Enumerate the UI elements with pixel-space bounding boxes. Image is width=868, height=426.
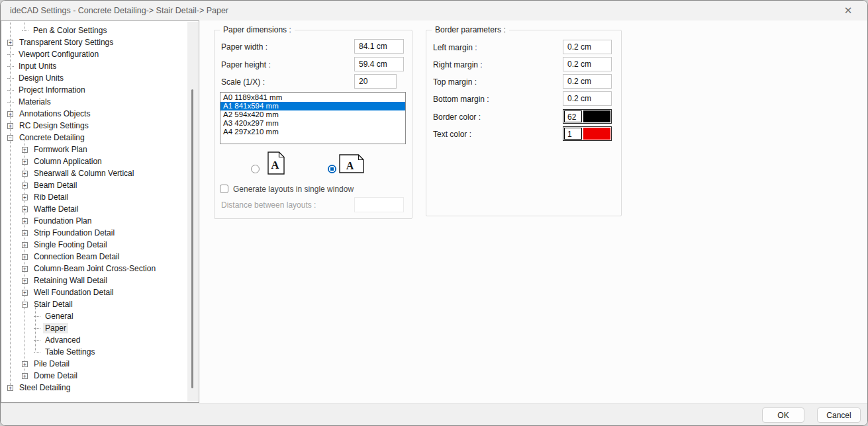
tree-item-viewport-configuration[interactable]: Viewport Configuration xyxy=(2,48,187,60)
paper-size-listbox[interactable]: A0 1189x841 mmA1 841x594 mmA2 594x420 mm… xyxy=(220,92,406,144)
tree-item-column-application[interactable]: +Column Application xyxy=(2,155,187,167)
cancel-button[interactable]: Cancel xyxy=(817,407,861,423)
tree-item-formwork-plan[interactable]: +Formwork Plan xyxy=(2,144,187,155)
tree-item-column-beam-joint-cross-section[interactable]: +Column-Beam Joint Cross-Section xyxy=(2,263,187,275)
tree-item-label: Column-Beam Joint Cross-Section xyxy=(32,263,158,274)
paper-size-option[interactable]: A0 1189x841 mm xyxy=(220,93,405,102)
tree-item-rib-detail[interactable]: +Rib Detail xyxy=(2,191,187,203)
tree-item-stair-detail[interactable]: −Stair Detail xyxy=(2,298,187,310)
paper-height-label: Paper height : xyxy=(221,60,271,69)
landscape-radio[interactable] xyxy=(328,165,336,173)
tree-scrollbar[interactable] xyxy=(187,22,198,402)
expand-plus-icon[interactable]: + xyxy=(22,254,28,260)
tree-item-paper[interactable]: Paper xyxy=(2,322,187,334)
expand-plus-icon[interactable]: + xyxy=(22,218,28,224)
expand-plus-icon[interactable]: + xyxy=(22,242,28,248)
paper-size-option[interactable]: A3 420x297 mm xyxy=(220,119,405,128)
svg-text:A: A xyxy=(271,159,279,171)
portrait-radio[interactable] xyxy=(251,165,260,173)
tree-item-pen-color-settings[interactable]: Pen & Color Settings xyxy=(2,24,187,36)
tree-item-well-foundation-detail[interactable]: +Well Foundation Detail xyxy=(2,286,187,298)
border-color-picker[interactable]: 62 xyxy=(563,109,612,124)
expand-plus-icon[interactable]: + xyxy=(7,385,13,391)
tree-item-pile-detail[interactable]: +Pile Detail xyxy=(2,358,187,370)
paper-width-input[interactable] xyxy=(354,39,404,54)
generate-layouts-checkbox[interactable] xyxy=(220,185,228,193)
paper-size-option[interactable]: A4 297x210 mm xyxy=(220,128,405,136)
tree-connector xyxy=(34,340,40,341)
tree-item-foundation-plan[interactable]: +Foundation Plan xyxy=(2,215,187,227)
tree-item-connection-beam-detail[interactable]: +Connection Beam Detail xyxy=(2,251,187,263)
tree-connector xyxy=(34,328,40,329)
expand-plus-icon[interactable]: + xyxy=(22,266,28,272)
tree-item-shearwall-column-vertical[interactable]: +Shearwall & Column Vertical xyxy=(2,167,187,179)
tree-item-steel-detailing[interactable]: +Steel Detailing xyxy=(2,382,187,394)
tree-connector xyxy=(7,78,14,79)
expand-plus-icon[interactable]: + xyxy=(22,159,28,165)
tree-item-label: Design Units xyxy=(17,73,66,83)
ok-button[interactable]: OK xyxy=(762,407,804,423)
expand-plus-icon[interactable]: + xyxy=(22,183,28,189)
top-margin-label: Top margin : xyxy=(433,77,477,87)
tree-item-general[interactable]: General xyxy=(2,310,187,322)
collapse-minus-icon[interactable]: − xyxy=(22,302,28,308)
tree-scrollbar-thumb[interactable] xyxy=(191,89,193,388)
tree-connector xyxy=(34,352,40,353)
tree-item-transparent-story-settings[interactable]: +Transparent Story Settings xyxy=(2,36,187,48)
svg-text:A: A xyxy=(346,160,354,171)
expand-plus-icon[interactable]: + xyxy=(7,123,13,129)
tree-item-input-units[interactable]: Input Units xyxy=(2,60,187,72)
tree-item-materials[interactable]: Materials xyxy=(2,96,187,108)
tree-item-label: RC Design Settings xyxy=(17,120,91,131)
tree-item-rc-design-settings[interactable]: +RC Design Settings xyxy=(2,120,187,132)
tree-item-beam-detail[interactable]: +Beam Detail xyxy=(2,179,187,191)
tree-item-waffle-detail[interactable]: +Waffle Detail xyxy=(2,203,187,215)
close-icon[interactable]: ✕ xyxy=(834,1,862,21)
tree-item-label: Concrete Detailing xyxy=(17,132,87,143)
tree-item-concrete-detailing[interactable]: −Concrete Detailing xyxy=(2,132,187,144)
expand-plus-icon[interactable]: + xyxy=(22,361,28,367)
expand-plus-icon[interactable]: + xyxy=(22,290,28,296)
border-parameters-title: Border parameters : xyxy=(432,25,509,34)
text-color-swatch[interactable] xyxy=(583,128,610,140)
tree-item-label: Pen & Color Settings xyxy=(31,25,109,36)
bottom-margin-input[interactable] xyxy=(563,91,612,106)
tree-item-single-footing-detail[interactable]: +Single Footing Detail xyxy=(2,239,187,251)
expand-plus-icon[interactable]: + xyxy=(22,278,28,284)
paper-height-input[interactable] xyxy=(354,57,404,71)
expand-plus-icon[interactable]: + xyxy=(22,373,28,379)
expand-plus-icon[interactable]: + xyxy=(22,194,28,200)
tree-item-label: Dome Detail xyxy=(32,370,79,381)
portrait-page-icon[interactable]: A xyxy=(267,151,285,175)
scale-input[interactable] xyxy=(354,74,397,89)
expand-plus-icon[interactable]: + xyxy=(22,206,28,212)
collapse-minus-icon[interactable]: − xyxy=(7,135,13,141)
tree-item-table-settings[interactable]: Table Settings xyxy=(2,346,187,358)
top-margin-input[interactable] xyxy=(563,74,612,89)
paper-dimensions-group: Paper dimensions : Paper width : Paper h… xyxy=(214,30,412,219)
expand-plus-icon[interactable]: + xyxy=(22,147,28,153)
tree-item-strip-foundation-detail[interactable]: +Strip Foundation Detail xyxy=(2,227,187,239)
expand-plus-icon[interactable]: + xyxy=(7,40,13,46)
expand-plus-icon[interactable]: + xyxy=(22,230,28,236)
tree-item-retaining-wall-detail[interactable]: +Retaining Wall Detail xyxy=(2,275,187,286)
tree-item-label: Table Settings xyxy=(43,347,97,357)
tree-item-design-units[interactable]: Design Units xyxy=(2,72,187,84)
paper-size-option[interactable]: A2 594x420 mm xyxy=(220,110,405,119)
expand-plus-icon[interactable]: + xyxy=(7,111,13,117)
tree-item-project-information[interactable]: Project Information xyxy=(2,84,187,96)
expand-plus-icon[interactable]: + xyxy=(22,171,28,177)
landscape-page-icon[interactable]: A xyxy=(339,154,364,173)
border-color-swatch[interactable] xyxy=(583,110,610,122)
text-color-index[interactable]: 1 xyxy=(564,128,582,140)
right-margin-input[interactable] xyxy=(563,57,612,71)
tree-item-dome-detail[interactable]: +Dome Detail xyxy=(2,370,187,382)
tree-connector xyxy=(22,30,28,31)
tree-item-advanced[interactable]: Advanced xyxy=(2,334,187,346)
tree-item-annotations-objects[interactable]: +Annotations Objects xyxy=(2,108,187,120)
border-color-index[interactable]: 62 xyxy=(564,110,582,122)
text-color-picker[interactable]: 1 xyxy=(563,126,612,141)
left-margin-input[interactable] xyxy=(563,40,612,54)
paper-size-option[interactable]: A1 841x594 mm xyxy=(220,102,405,110)
tree-item-label: Column Application xyxy=(32,156,104,167)
